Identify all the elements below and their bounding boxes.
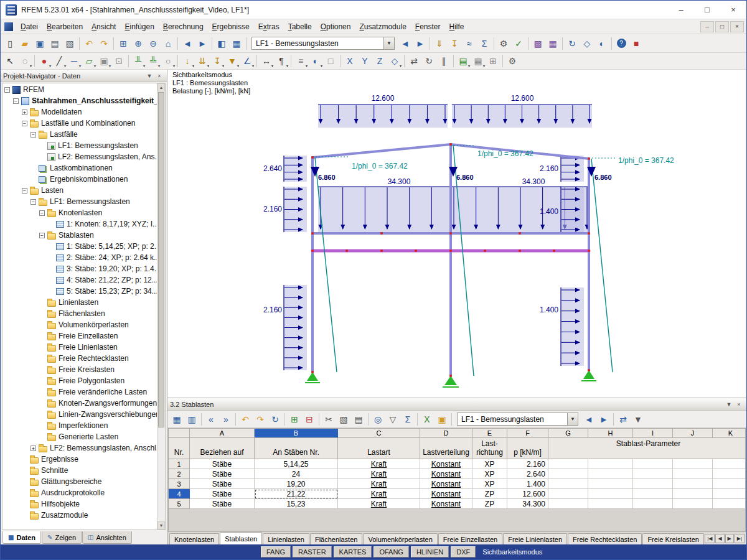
new-solid-button[interactable]: ▣▾ [96,54,111,68]
cell-3-c[interactable]: Kraft [338,479,420,489]
tab-flachenlasten[interactable]: Flächenlasten [310,533,363,544]
menu-extras[interactable]: Extras [254,21,284,33]
status-fang-button[interactable]: FANG [261,546,291,558]
sum-rows-button[interactable]: Σ [400,412,415,426]
table-undo-button[interactable]: ↶ [238,412,253,426]
collapse-toggle[interactable]: − [22,121,27,126]
cell-1-d[interactable]: Konstant [420,459,472,469]
tree-item-lasten[interactable]: −Lasten [2,185,157,196]
new-member-button[interactable]: ─▾ [67,54,82,68]
tree-item-zusatzmodule[interactable]: Zusatzmodule [2,510,157,521]
previous-view-button[interactable]: ◄ [180,36,195,50]
cell-5-h-empty[interactable] [588,499,633,509]
collapse-toggle[interactable]: − [13,98,19,104]
status-dxf-button[interactable]: DXF [451,546,476,558]
panel-previous-load-case-button[interactable]: ◄ [581,412,596,426]
show-load-values-button[interactable]: ↧ [447,36,462,50]
tree-item-volumenkorperlasten[interactable]: Volumenkörperlasten [2,319,157,330]
cell-3-k-empty[interactable] [713,479,746,489]
menu-einfugen[interactable]: Einfügen [120,21,158,33]
tab-ansichten[interactable]: ◫ Ansichten [82,531,132,544]
new-line-button[interactable]: ╱▾ [52,54,67,68]
zoom-out-button[interactable]: ⊖ [146,36,161,50]
collapse-toggle[interactable]: − [22,188,27,194]
cell-4-i-empty[interactable] [633,489,673,499]
open-model-button[interactable]: ▰ [17,36,32,50]
cell-2-i-empty[interactable] [633,469,673,479]
tree-item-lf2-bemessungslasten-anschl[interactable]: +LF2: Bemessungslasten, Anschl... [2,442,157,454]
find-button[interactable]: ◎ [370,412,385,426]
add-on-modules-button[interactable]: ▩ [530,36,545,50]
row-number-2[interactable]: 2 [169,469,190,479]
tree-item-rfem[interactable]: −RFEM [2,84,157,95]
pin-icon[interactable]: ▼ [724,399,734,409]
tree-item-knotenlasten[interactable]: −Knotenlasten [2,207,157,218]
cell-2-c[interactable]: Kraft [338,469,420,479]
scrollbar-thumb[interactable] [158,92,164,427]
maximize-button[interactable]: □ [694,1,720,19]
menu-bearbeiten[interactable]: Bearbeiten [42,21,87,33]
cell-1-b[interactable]: 5,14,25 [255,459,338,469]
cell-5-b[interactable]: 15,23 [255,499,338,509]
grid-settings-button[interactable]: ▦▾ [471,54,486,68]
cell-1-h-empty[interactable] [588,459,633,469]
cell-4-f[interactable]: 12.600 [507,489,548,499]
tree-item-1-knoten-8-17-19-xyz-i[interactable]: 1: Knoten: 8,17,19; XYZ; I... [2,218,157,230]
generate-mesh-button[interactable]: ▦ [545,36,560,50]
expand-toggle[interactable]: + [31,446,36,451]
cell-4-a[interactable]: Stäbe [190,489,255,499]
new-node-button[interactable]: ●▾ [37,54,52,68]
cell-1-g-empty[interactable] [548,459,588,469]
nodal-load-button[interactable]: ↓▾ [180,54,195,68]
cell-1-f[interactable]: 2.160 [507,459,548,469]
table-refresh-button[interactable]: ↻ [268,412,283,426]
tree-item-lastfalle-und-kombinationen[interactable]: −Lastfälle und Kombinationen [2,118,157,129]
save-model-button[interactable]: ▣ [32,36,47,50]
tree-item-freie-polygonlasten[interactable]: Freie Polygonlasten [2,375,157,386]
undo-button[interactable]: ↶ [82,36,96,50]
imperfection-button[interactable]: ∠▾ [240,54,255,68]
next-view-button[interactable]: ► [195,36,210,50]
row-number-5[interactable]: 5 [169,499,190,509]
status-raster-button[interactable]: RASTER [293,546,332,558]
scroll-up-icon[interactable]: ▲ [157,83,165,91]
tree-item-lf1-bemessungslasten[interactable]: LF1: Bemessungslasten [2,140,157,151]
column-letter-c[interactable]: C [338,429,420,438]
tree-item-imperfektionen[interactable]: Imperfektionen [2,420,157,431]
tables-toggle-button[interactable]: ▦ [229,36,244,50]
tab-daten[interactable]: ▦ Daten [2,531,41,544]
status-hlinien-button[interactable]: HLINIEN [411,546,449,558]
column-letter-i[interactable]: I [633,429,673,438]
tab-knotenlasten[interactable]: Knotenlasten [169,533,219,544]
tree-item-generierte-lasten[interactable]: Generierte Lasten [2,431,157,442]
tree-item-glattungsbereiche[interactable]: Glättungsbereiche [2,476,157,487]
table-view-button[interactable]: ▥ [184,412,199,426]
insert-row-button[interactable]: ⊞ [287,412,302,426]
last-tab-button[interactable]: ▶| [735,534,745,543]
table-redo-button[interactable]: ↷ [253,412,268,426]
member-load-button[interactable]: ⇊▾ [195,54,210,68]
cell-1-j-empty[interactable] [673,459,713,469]
cell-4-d[interactable]: Konstant [420,489,472,499]
menu-hilfe[interactable]: Hilfe [445,21,469,33]
panel-next-load-case-button[interactable]: ► [596,412,611,426]
cell-4-e[interactable]: ZP [472,489,507,499]
cell-4-c[interactable]: Kraft [338,489,420,499]
tree-item-lastkombinationen[interactable]: Lastkombinationen [2,162,157,174]
row-number-4[interactable]: 4 [169,489,190,499]
new-opening-button[interactable]: ⊡ [111,54,126,68]
status-kartes-button[interactable]: KARTES [334,546,372,558]
isometric-view-2-button[interactable]: ◇▾ [387,54,402,68]
mdi-restore-button[interactable]: □ [715,21,729,32]
previous-tab-button[interactable]: ◀ [715,534,724,543]
paste-button[interactable]: ▤ [351,412,366,426]
column-letter-h[interactable]: H [588,429,633,438]
graphics-area[interactable]: Sichtbarkeitsmodus LF1 : Bemessungslaste… [167,70,746,398]
close-icon[interactable]: × [154,71,164,80]
cell-2-d[interactable]: Konstant [420,469,472,479]
menu-tabelle[interactable]: Tabelle [284,21,316,33]
jump-last-row-button[interactable]: » [218,412,233,426]
frame-members[interactable] [312,144,589,376]
table-row-2[interactable]: 2Stäbe24KraftKonstantXP2.640 [169,469,745,479]
tree-item-stahlrahmen-anschlusssteifigkeit-video[interactable]: −Stahlrahmen_Anschlusssteifigkeit_Video [2,95,157,106]
